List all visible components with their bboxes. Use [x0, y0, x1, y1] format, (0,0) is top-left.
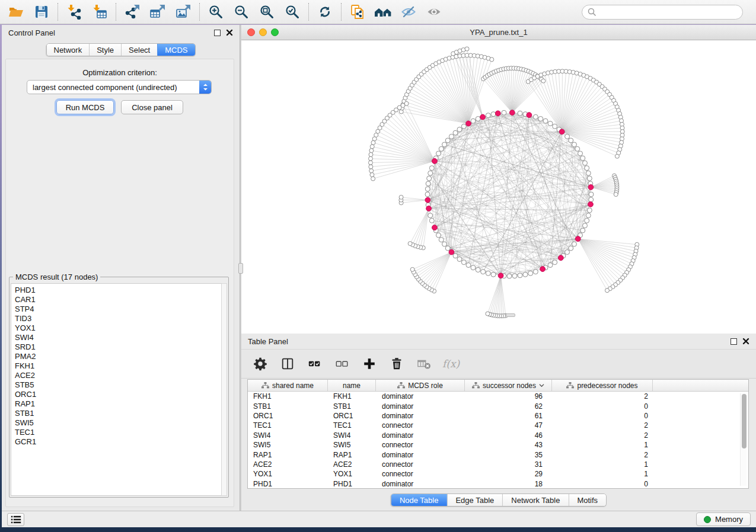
- graph-leaf-node[interactable]: [615, 154, 619, 158]
- table-scrollbar[interactable]: [740, 393, 747, 486]
- graph-node[interactable]: [457, 127, 462, 132]
- table-cell[interactable]: ACE2: [248, 460, 328, 469]
- graph-node[interactable]: [538, 117, 543, 121]
- table-cell[interactable]: 2: [552, 392, 653, 400]
- graph-node[interactable]: [553, 260, 557, 265]
- graph-node[interactable]: [425, 187, 430, 191]
- table-cell[interactable]: ACE2: [328, 460, 376, 469]
- table-row[interactable]: STB1STB1dominator620: [248, 401, 748, 411]
- mcds-result-item[interactable]: YOX1: [15, 323, 219, 333]
- float-panel-icon[interactable]: [214, 30, 221, 36]
- graph-node[interactable]: [426, 181, 430, 186]
- table-cell[interactable]: 2: [552, 421, 653, 430]
- table-cell[interactable]: 43: [465, 441, 552, 449]
- graph-node[interactable]: [466, 263, 471, 268]
- column-header-name[interactable]: name: [328, 380, 376, 391]
- mcds-result-item[interactable]: SWI4: [15, 333, 219, 342]
- hide-selected-icon[interactable]: [400, 4, 417, 20]
- table-cell[interactable]: SWI5: [248, 441, 328, 449]
- mcds-result-item[interactable]: TID3: [15, 314, 219, 323]
- table-cell[interactable]: dominator: [376, 392, 465, 400]
- mcds-result-item[interactable]: TEC1: [15, 428, 219, 437]
- graph-dominator-node[interactable]: [575, 236, 580, 242]
- zoom-in-icon[interactable]: [207, 4, 225, 20]
- close-panel-icon[interactable]: [742, 338, 749, 345]
- graph-leaf-node[interactable]: [410, 267, 414, 271]
- table-cell[interactable]: YOX1: [248, 470, 328, 478]
- graph-leaf-node[interactable]: [399, 195, 403, 199]
- window-close-icon[interactable]: [247, 28, 255, 36]
- table-cell[interactable]: 2: [552, 451, 653, 459]
- graph-node[interactable]: [471, 265, 476, 270]
- memory-button[interactable]: Memory: [696, 512, 751, 526]
- graph-leaf-node[interactable]: [369, 149, 374, 153]
- column-header-predecessor-nodes[interactable]: predecessor nodes: [552, 380, 653, 391]
- graph-leaf-node[interactable]: [369, 156, 373, 161]
- graph-leaf-node[interactable]: [369, 165, 373, 169]
- graph-node[interactable]: [548, 121, 553, 126]
- graph-leaf-node[interactable]: [370, 145, 374, 149]
- table-cell[interactable]: 1: [552, 460, 653, 469]
- first-neighbors-icon[interactable]: [374, 4, 392, 20]
- table-cell[interactable]: connector: [376, 441, 465, 449]
- graph-node[interactable]: [565, 134, 570, 139]
- graph-node[interactable]: [457, 257, 462, 261]
- graph-leaf-node[interactable]: [408, 242, 412, 246]
- graph-node[interactable]: [528, 271, 533, 275]
- graph-leaf-node[interactable]: [368, 161, 372, 165]
- graph-node[interactable]: [585, 218, 589, 223]
- table-cell[interactable]: TEC1: [328, 421, 376, 430]
- mcds-result-item[interactable]: STB1: [15, 409, 219, 418]
- graph-leaf-node[interactable]: [465, 47, 469, 51]
- import-network-icon[interactable]: [65, 4, 83, 20]
- zoom-out-icon[interactable]: [232, 4, 250, 20]
- table-cell[interactable]: FKH1: [328, 392, 376, 400]
- show-all-icon[interactable]: [425, 4, 443, 20]
- graph-node[interactable]: [569, 138, 573, 143]
- table-cell[interactable]: 31: [465, 460, 552, 469]
- mcds-result-item[interactable]: CAR1: [15, 295, 219, 305]
- window-minimize-icon[interactable]: [259, 28, 267, 36]
- table-cell[interactable]: 46: [465, 431, 552, 440]
- table-cell[interactable]: SWI4: [328, 431, 376, 440]
- table-cell[interactable]: 29: [465, 470, 552, 478]
- table-row[interactable]: RAP1RAP1dominator352: [248, 450, 748, 459]
- graph-node[interactable]: [565, 250, 570, 255]
- graph-node[interactable]: [439, 238, 444, 242]
- search-input[interactable]: [599, 8, 737, 17]
- table-cell[interactable]: STB1: [328, 402, 376, 411]
- table-cell[interactable]: 0: [552, 412, 653, 420]
- graph-dominator-node[interactable]: [527, 113, 532, 118]
- zoom-selected-region-icon[interactable]: [283, 4, 301, 20]
- graph-dominator-node[interactable]: [495, 111, 500, 116]
- import-table-icon[interactable]: [91, 4, 109, 20]
- graph-node[interactable]: [491, 272, 496, 277]
- graph-dominator-node[interactable]: [426, 206, 432, 211]
- split-panel-icon[interactable]: [279, 355, 296, 372]
- graph-leaf-node[interactable]: [371, 140, 375, 145]
- graph-node[interactable]: [453, 130, 458, 135]
- graph-node[interactable]: [578, 151, 583, 156]
- mcds-list-scrollbar[interactable]: [221, 283, 227, 496]
- graph-node[interactable]: [586, 171, 591, 175]
- graph-node[interactable]: [428, 171, 433, 175]
- table-row[interactable]: TEC1TEC1connector472: [248, 421, 748, 430]
- graph-node[interactable]: [436, 233, 441, 238]
- graph-dominator-node[interactable]: [480, 114, 486, 120]
- table-cell[interactable]: 62: [465, 402, 552, 411]
- tab-select[interactable]: Select: [121, 44, 157, 56]
- table-cell[interactable]: dominator: [376, 402, 465, 411]
- table-cell[interactable]: dominator: [376, 412, 465, 420]
- graph-node[interactable]: [548, 263, 553, 268]
- column-header-mcds-role[interactable]: MCDS role: [376, 380, 465, 391]
- graph-node[interactable]: [461, 124, 466, 129]
- graph-leaf-node[interactable]: [605, 289, 609, 293]
- graph-node[interactable]: [429, 218, 434, 223]
- table-cell[interactable]: 0: [552, 402, 653, 411]
- graph-dominator-node[interactable]: [432, 158, 438, 164]
- graph-leaf-node[interactable]: [370, 172, 374, 177]
- graph-node[interactable]: [572, 242, 576, 246]
- open-file-icon[interactable]: [7, 4, 25, 20]
- graph-node[interactable]: [572, 142, 576, 147]
- mcds-result-item[interactable]: FKH1: [15, 361, 219, 371]
